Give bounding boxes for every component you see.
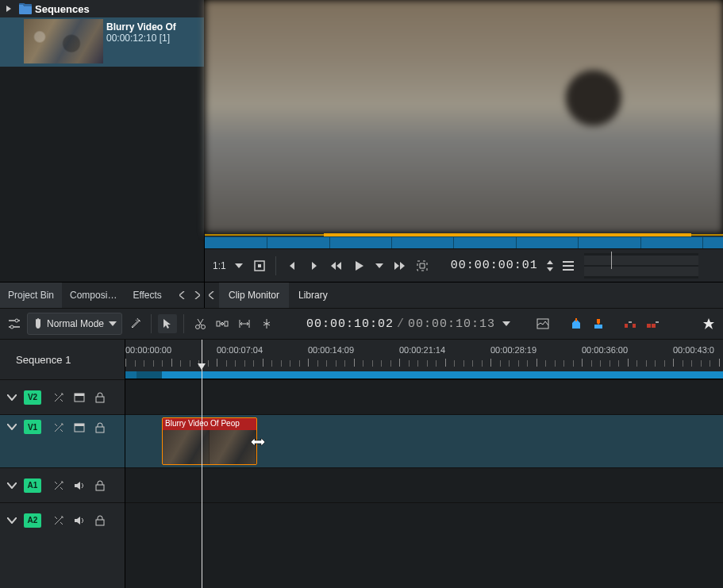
fit-zoom-button[interactable] <box>235 314 254 333</box>
forward-button[interactable] <box>390 256 410 275</box>
snap-button[interactable] <box>257 314 276 333</box>
clip-title: Blurry Video Of Peop <box>163 418 256 430</box>
rewind-button[interactable] <box>327 256 346 275</box>
track-header-a1[interactable]: A1 <box>0 467 125 502</box>
fullscreen-button[interactable] <box>413 256 432 275</box>
monitor-controls: 1:1 00:00:00:01 -54 -36 -24 -18 -12 -6 <box>205 248 723 282</box>
sequence-item[interactable]: Blurry Video Of 00:00:12:10 [1] <box>0 17 204 67</box>
timeline-ruler[interactable]: 00:00:00:00 00:00:07:04 00:00:14:09 00:0… <box>125 340 723 379</box>
active-sequence-name[interactable]: Sequence 1 <box>0 340 125 379</box>
wand-tool-button[interactable] <box>125 314 144 333</box>
lane-a1[interactable] <box>125 467 723 502</box>
edit-mode-dropdown[interactable]: Normal Mode <box>27 313 122 335</box>
zoom-dropdown[interactable] <box>231 256 247 275</box>
zoom-bar[interactable] <box>125 371 723 379</box>
collapse-v1-button[interactable] <box>5 420 19 434</box>
tab-project-bin[interactable]: Project Bin <box>0 282 62 308</box>
overwrite-marker-button[interactable] <box>589 314 608 333</box>
collapse-a1-button[interactable] <box>5 478 19 493</box>
timecode-dropdown[interactable] <box>498 314 514 333</box>
extract-button[interactable] <box>643 314 662 333</box>
timeline-timecode-total: 00:00:10:13 <box>408 317 495 331</box>
timeline-timecode-current[interactable]: 00:00:10:02 <box>306 317 394 331</box>
monitor-scrubber[interactable] <box>205 236 723 248</box>
thumbnails-button[interactable] <box>533 314 552 333</box>
clip-monitor-panel: 1:1 00:00:00:01 -54 -36 -24 -18 -12 -6 <box>205 0 723 282</box>
svg-rect-16 <box>652 324 656 328</box>
svg-rect-8 <box>225 321 228 326</box>
fx-a1-button[interactable] <box>51 478 67 494</box>
sequences-folder-label: Sequences <box>35 3 90 15</box>
chevron-right-icon[interactable] <box>2 2 16 16</box>
razor-tool-button[interactable] <box>190 314 210 333</box>
hand-icon <box>34 318 42 329</box>
track-v1-tag[interactable]: V1 <box>24 420 41 434</box>
play-dropdown[interactable] <box>371 256 387 275</box>
tab-library[interactable]: Library <box>289 282 337 308</box>
svg-rect-15 <box>647 324 651 328</box>
edit-mode-label: Normal Mode <box>47 318 104 329</box>
svg-rect-10 <box>575 318 577 321</box>
timeline-lanes[interactable]: 00:00:00:00 00:00:07:04 00:00:14:09 00:0… <box>125 340 723 588</box>
favorite-button[interactable] <box>699 314 718 333</box>
project-bin-panel: Sequences Blurry Video Of 00:00:12:10 [1… <box>0 0 205 282</box>
timeline-clip[interactable]: Blurry Video Of Peop <box>162 417 257 465</box>
lift-button[interactable] <box>621 314 640 333</box>
folder-icon <box>19 3 32 14</box>
track-a2-tag[interactable]: A2 <box>24 513 41 528</box>
svg-rect-7 <box>217 321 220 326</box>
lane-v2[interactable] <box>125 379 723 414</box>
fx-v1-button[interactable] <box>51 420 67 436</box>
svg-point-17 <box>656 321 657 323</box>
svg-rect-1 <box>258 264 261 267</box>
lock-v2-button[interactable] <box>92 390 108 405</box>
track-config-button[interactable] <box>5 314 24 333</box>
play-button[interactable] <box>349 256 368 275</box>
svg-rect-24 <box>96 427 104 432</box>
fx-v2-button[interactable] <box>51 390 67 405</box>
monitor-viewport[interactable] <box>205 0 723 233</box>
selection-tool-button[interactable] <box>158 314 177 333</box>
mute-v1-button[interactable] <box>71 420 87 436</box>
track-header-v2[interactable]: V2 <box>0 379 125 414</box>
spacer-tool-button[interactable] <box>213 314 232 333</box>
out-point-button[interactable] <box>305 256 324 275</box>
lock-v1-button[interactable] <box>92 420 108 436</box>
timeline-toolbar: Normal Mode 00:00:10:02 / 00:00:10:13 <box>0 308 723 340</box>
lock-a2-button[interactable] <box>92 513 108 528</box>
playhead[interactable] <box>202 340 202 588</box>
track-header-v1[interactable]: V1 <box>0 414 125 467</box>
svg-rect-2 <box>417 261 427 271</box>
lane-v1[interactable]: Blurry Video Of Peop <box>125 414 723 467</box>
options-menu-button[interactable] <box>559 256 578 275</box>
fx-a2-button[interactable] <box>51 513 67 528</box>
tab-effects[interactable]: Effects <box>125 282 169 308</box>
svg-point-13 <box>629 321 630 323</box>
timecode-down-button[interactable] <box>544 266 556 273</box>
mute-v2-button[interactable] <box>71 390 87 405</box>
svg-rect-12 <box>633 324 636 328</box>
in-point-button[interactable] <box>283 256 302 275</box>
timecode-up-button[interactable] <box>544 259 556 266</box>
tabs-scroll-left-button[interactable] <box>175 282 190 309</box>
collapse-v2-button[interactable] <box>5 390 19 405</box>
lock-a1-button[interactable] <box>92 478 108 494</box>
tab-compositions[interactable]: Composi… <box>62 282 125 308</box>
track-header-a2[interactable]: A2 <box>0 502 125 537</box>
tab-clip-monitor[interactable]: Clip Monitor <box>219 282 289 308</box>
set-zone-button[interactable] <box>250 256 269 275</box>
sequences-header[interactable]: Sequences <box>0 0 204 17</box>
monitor-timecode[interactable]: 00:00:00:01 <box>448 259 541 272</box>
svg-rect-26 <box>96 520 104 525</box>
preview-image <box>205 0 723 233</box>
lane-a2[interactable] <box>125 502 723 537</box>
collapse-a2-button[interactable] <box>5 513 19 528</box>
insert-marker-button[interactable] <box>567 314 586 333</box>
mute-a1-button[interactable] <box>71 478 87 494</box>
track-v2-tag[interactable]: V2 <box>24 390 41 405</box>
track-a1-tag[interactable]: A1 <box>24 478 41 493</box>
tabs-scroll-right-button[interactable] <box>190 282 204 309</box>
mute-a2-button[interactable] <box>71 513 87 528</box>
right-tabs-scroll-left[interactable] <box>205 282 219 309</box>
sequence-thumbnail <box>24 19 103 63</box>
